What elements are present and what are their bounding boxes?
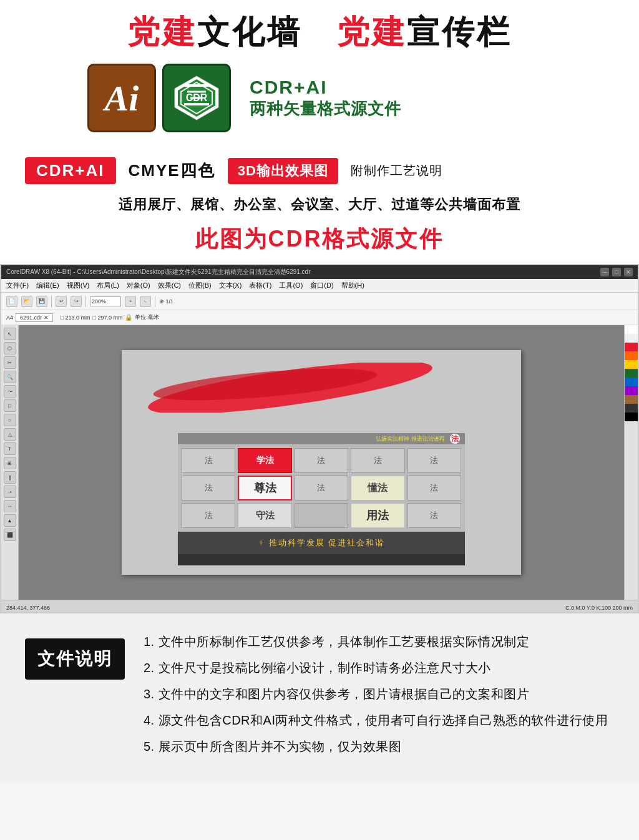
tools-panel: ↖ ⬡ ✂ 🔍 〜 □ ○ △ T ⊞ ∥ ⊸ ↔ ▲ ⬛ [1, 325, 19, 600]
fill-tool[interactable]: ▲ [4, 514, 16, 527]
canvas-area: 弘扬实法精神 推进法治进程 法 法 学法 法 法 法 法 [19, 325, 624, 600]
zoom-in[interactable]: + [125, 296, 136, 307]
width-label: □ 213.0 mm [61, 315, 90, 321]
red-brush [140, 363, 440, 413]
doc-tab[interactable]: 6291.cdr ✕ [16, 313, 53, 322]
menu-layout[interactable]: 布局(L) [97, 281, 119, 290]
titlebar-text: CorelDRAW X8 (64-Bit) - C:\Users\Adminis… [6, 268, 597, 276]
swatch-lightgray[interactable] [625, 334, 638, 343]
menu-table[interactable]: 表格(T) [249, 281, 271, 290]
select-tool[interactable]: ↖ [4, 328, 16, 340]
sep2 [85, 296, 86, 307]
menu-effects[interactable]: 效果(C) [158, 281, 181, 290]
swatch-black[interactable] [625, 413, 638, 421]
menu-edit[interactable]: 编辑(E) [36, 281, 59, 290]
cell-8: 法 [182, 503, 235, 528]
cell-zunfa: 尊法 [238, 476, 291, 501]
cell-1: 法 [182, 448, 235, 473]
measure-tool[interactable]: ↔ [4, 500, 16, 512]
table-tool[interactable]: ⊞ [4, 457, 16, 469]
applicable-info: 适用展厅、展馆、办公室、会议室、大厅、过道等公共墙面布置 [0, 190, 639, 219]
undo-btn[interactable]: ↩ [56, 296, 67, 307]
color-tool[interactable]: ⬛ [4, 529, 16, 541]
workspace: ↖ ⬡ ✂ 🔍 〜 □ ○ △ T ⊞ ∥ ⊸ ↔ ▲ ⬛ [1, 325, 638, 600]
minimize-btn[interactable]: ─ [600, 268, 609, 276]
menu-text[interactable]: 文本(X) [219, 281, 242, 290]
parallel-tool[interactable]: ∥ [4, 471, 16, 484]
board-emblem: 法 [450, 434, 460, 444]
cell-2: 法 [295, 448, 348, 473]
zoom-out[interactable]: − [140, 296, 151, 307]
board-grid: 法 学法 法 法 法 法 尊法 法 懂法 法 法 [178, 444, 465, 532]
lock-icon: 🔒 [125, 314, 132, 321]
cell-9 [295, 503, 348, 528]
status-right: C:0 M:0 Y:0 K:100 200 mm [565, 605, 633, 611]
close-btn[interactable]: ✕ [624, 268, 633, 276]
connector-tool[interactable]: ⊸ [4, 486, 16, 498]
sep3 [155, 296, 155, 307]
title-wenhua: 文化墙 [197, 14, 302, 50]
menu-view[interactable]: 视图(V) [67, 281, 90, 290]
badge-cdr-ai: CDR+AI [25, 157, 116, 184]
new-btn[interactable]: 📄 [6, 296, 17, 307]
coreldraw-titlebar: CorelDRAW X8 (64-Bit) - C:\Users\Adminis… [1, 265, 638, 279]
menu-help[interactable]: 帮助(H) [341, 281, 364, 290]
menubar: 文件(F) 编辑(E) 视图(V) 布局(L) 对象(O) 效果(C) 位图(B… [1, 279, 638, 293]
cell-5: 法 [182, 476, 235, 501]
cell-dongfa: 懂法 [351, 476, 404, 501]
board-footer-text: ♀ 推动科学发展 促进社会和谐 [258, 537, 385, 549]
rect-tool[interactable]: □ [4, 399, 16, 412]
swatch-blue[interactable] [625, 378, 638, 386]
menu-object[interactable]: 对象(O) [127, 281, 150, 290]
menu-tools[interactable]: 工具(O) [279, 281, 303, 290]
format-text: CDR+AI 两种矢量格式源文件 [250, 77, 401, 120]
swatch-white[interactable] [625, 325, 638, 334]
cell-xuefa: 学法 [238, 448, 291, 473]
board-topbar: 弘扬实法精神 推进法治进程 法 [178, 433, 465, 444]
desc-item-5: 5. 展示页中所含图片并不为实物，仅为效果图 [144, 737, 614, 756]
unit-label: 单位:毫米 [135, 313, 159, 321]
title-dang-jian-2: 党建 [337, 14, 407, 50]
menu-bitmap[interactable]: 位图(B) [188, 281, 212, 290]
design-preview: 弘扬实法精神 推进法治进程 法 法 学法 法 法 法 法 [122, 350, 521, 575]
swatch-brown[interactable] [625, 395, 638, 404]
bottom-section: 文件说明 1. 文件中所标制作工艺仅供参考，具体制作工艺要根据实际情况制定 2.… [0, 613, 639, 782]
zoom-tool[interactable]: 🔍 [4, 371, 16, 383]
crop-tool[interactable]: ✂ [4, 356, 16, 369]
text-tool[interactable]: T [4, 442, 16, 455]
cdr-icon-svg: CDR [172, 73, 222, 123]
menu-window[interactable]: 窗口(D) [310, 281, 333, 290]
board-title-text: 弘扬实法精神 推进法治进程 [376, 435, 445, 443]
display-board-container: 弘扬实法精神 推进法治进程 法 法 学法 法 法 法 法 [178, 433, 465, 565]
open-btn[interactable]: 📂 [21, 296, 32, 307]
curve-tool[interactable]: 〜 [4, 385, 16, 398]
main-title: 党建文化墙 党建宣传栏 [25, 12, 614, 51]
swatch-purple[interactable] [625, 386, 638, 395]
ai-icon-label: Ai [105, 77, 139, 119]
zoom-input[interactable] [90, 296, 121, 306]
shape-tool[interactable]: ⬡ [4, 342, 16, 354]
desc-item-1: 1. 文件中所标制作工艺仅供参考，具体制作工艺要根据实际情况制定 [144, 632, 614, 651]
desc-item-2: 2. 文件尺寸是投稿比例缩小设计，制作时请务必注意尺寸大小 [144, 658, 614, 677]
title-dang-jian-1: 党建 [127, 14, 197, 50]
badge-note: 附制作工艺说明 [351, 162, 442, 179]
swatch-red[interactable] [625, 343, 638, 351]
save-btn[interactable]: 💾 [36, 296, 47, 307]
redo-btn[interactable]: ↪ [71, 296, 82, 307]
board-footer: ♀ 推动科学发展 促进社会和谐 [178, 532, 465, 554]
toolbar-main: 📄 📂 💾 ↩ ↪ + − ⊕ 1/1 [1, 293, 638, 310]
cdr-format-notice: 此图为CDR格式源文件 [0, 219, 639, 264]
coreldraw-screenshot: CorelDRAW X8 (64-Bit) - C:\Users\Adminis… [0, 264, 639, 613]
title-xuanchuan: 宣传栏 [407, 14, 512, 50]
tool-label: A4 [6, 315, 13, 321]
maximize-btn[interactable]: □ [612, 268, 621, 276]
badge-cmyk: CMYE四色 [129, 160, 215, 182]
swatch-green[interactable] [625, 369, 638, 378]
ellipse-tool[interactable]: ○ [4, 414, 16, 426]
swatch-yellow[interactable] [625, 360, 638, 369]
menu-file[interactable]: 文件(F) [6, 281, 29, 290]
swatch-orange[interactable] [625, 351, 638, 360]
file-desc-row: 文件说明 1. 文件中所标制作工艺仅供参考，具体制作工艺要根据实际情况制定 2.… [25, 632, 614, 763]
polygon-tool[interactable]: △ [4, 428, 16, 441]
swatch-darkgray[interactable] [625, 404, 638, 413]
